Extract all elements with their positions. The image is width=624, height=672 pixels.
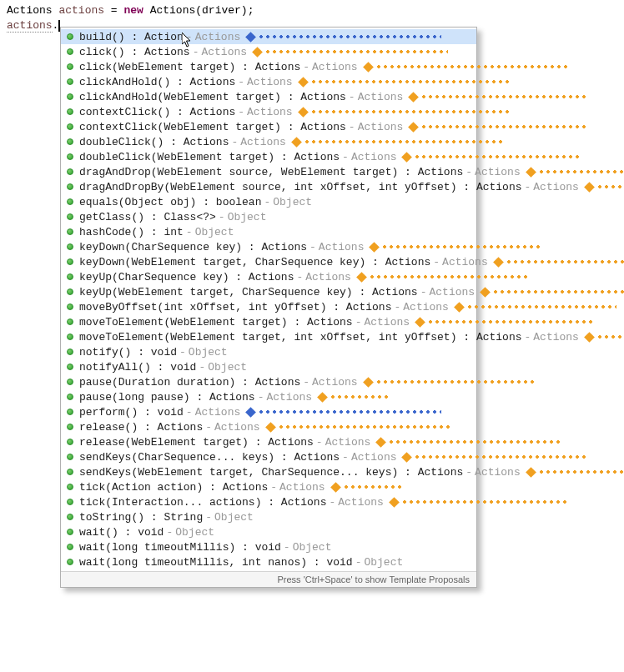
proposal-item[interactable]: doubleClick() : Actions-Actions	[61, 134, 476, 149]
relevance-indicator	[586, 183, 624, 191]
proposal-item[interactable]: sendKeys(WebElement target, CharSequence…	[61, 464, 476, 479]
method-signature: clickAndHold() : Actions	[79, 76, 235, 88]
proposal-item[interactable]: toString() : String-Object	[61, 509, 476, 524]
relevance-indicator	[365, 379, 534, 386]
relevance-indicator	[299, 78, 511, 86]
proposal-item[interactable]: tick(Interaction... actions) : Actions-A…	[61, 494, 476, 509]
proposal-item[interactable]: contextClick(WebElement target) : Action…	[61, 119, 476, 134]
proposal-item[interactable]: contextClick() : Actions-Actions	[61, 104, 476, 119]
proposal-item[interactable]: build() : Action-Actions	[61, 29, 476, 44]
new-keyword: new	[123, 4, 143, 17]
proposal-item[interactable]: wait() : void-Object	[61, 524, 476, 539]
declaring-class: Actions	[279, 481, 325, 494]
proposal-item[interactable]: clickAndHold(WebElement target) : Action…	[61, 89, 476, 104]
method-signature: build() : Action	[79, 31, 184, 43]
declaring-class: Actions	[358, 91, 404, 103]
method-signature: doubleClick() : Actions	[79, 136, 229, 148]
proposal-item[interactable]: keyDown(CharSequence key) : Actions-Acti…	[61, 239, 476, 254]
declaring-class: Actions	[312, 61, 358, 73]
method-signature: keyDown(CharSequence key) : Actions	[79, 241, 307, 253]
method-signature: wait(long timeoutMillis) : void	[79, 541, 281, 554]
relevance-indicator	[365, 63, 567, 71]
proposal-item[interactable]: keyUp(WebElement target, CharSequence ke…	[61, 284, 476, 299]
proposal-item[interactable]: getClass() : Class<?>-Object	[61, 209, 476, 224]
declaring-class: Object	[228, 211, 267, 223]
method-signature: hashCode() : int	[79, 226, 184, 238]
method-signature: perform() : void	[79, 406, 184, 419]
proposal-item[interactable]: click(WebElement target) : Actions-Actio…	[61, 59, 476, 74]
proposal-item[interactable]: notifyAll() : void-Object	[61, 359, 476, 374]
public-method-icon	[64, 436, 76, 448]
proposal-item[interactable]: equals(Object obj) : boolean-Object	[61, 194, 476, 209]
declaring-class: Object	[214, 511, 254, 524]
method-signature: getClass() : Class<?>	[79, 211, 216, 223]
declaring-class: Actions	[475, 466, 521, 479]
method-signature: moveToElement(WebElement target, int xOf…	[79, 331, 522, 344]
public-method-icon	[64, 421, 76, 433]
proposal-item[interactable]: tick(Action action) : Actions-Actions	[61, 479, 476, 494]
method-signature: equals(Object obj) : boolean	[79, 196, 261, 208]
proposal-item[interactable]: dragAndDrop(WebElement source, WebElemen…	[61, 164, 476, 179]
popup-hint-footer: Press 'Ctrl+Space' to show Template Prop…	[61, 571, 476, 587]
declaring-class: Object	[364, 556, 403, 569]
proposal-item[interactable]: pause(long pause) : Actions-Actions	[61, 389, 476, 404]
declaring-class: Object	[293, 541, 332, 554]
relevance-indicator	[586, 333, 624, 341]
variable-ref: actions	[7, 19, 53, 33]
proposal-item[interactable]: dragAndDropBy(WebElement source, int xOf…	[61, 179, 476, 194]
declaring-class: Actions	[247, 76, 293, 88]
declaring-class: Actions	[351, 451, 397, 464]
method-signature: contextClick(WebElement target) : Action…	[79, 121, 346, 133]
public-method-icon	[64, 451, 76, 463]
public-method-icon	[64, 376, 76, 388]
proposal-item[interactable]: wait(long timeoutMillis, int nanos) : vo…	[61, 554, 476, 569]
proposal-item[interactable]: release() : Actions-Actions	[61, 419, 476, 434]
relevance-indicator	[299, 108, 511, 116]
content-assist-popup[interactable]: build() : Action-Actionsclick() : Action…	[60, 27, 477, 588]
relevance-indicator	[403, 454, 589, 461]
public-method-icon	[64, 316, 76, 328]
proposal-item[interactable]: keyDown(WebElement target, CharSequence …	[61, 254, 476, 269]
method-signature: moveByOffset(int xOffset, int yOffset) :…	[79, 301, 391, 313]
public-method-icon	[64, 46, 76, 58]
relevance-indicator	[247, 33, 441, 41]
method-signature: dragAndDrop(WebElement source, WebElemen…	[79, 166, 463, 178]
declaring-class: Actions	[312, 376, 358, 389]
method-signature: keyDown(WebElement target, CharSequence …	[79, 256, 430, 268]
proposal-item[interactable]: moveToElement(WebElement target, int xOf…	[61, 329, 476, 344]
proposal-item[interactable]: pause(Duration duration) : Actions-Actio…	[61, 374, 476, 389]
proposal-item[interactable]: moveByOffset(int xOffset, int yOffset) :…	[61, 299, 476, 314]
proposal-item[interactable]: notify() : void-Object	[61, 344, 476, 359]
proposal-item[interactable]: doubleClick(WebElement target) : Actions…	[61, 149, 476, 164]
declaring-class: Object	[175, 526, 214, 539]
proposal-item[interactable]: keyUp(CharSequence key) : Actions-Action…	[61, 269, 476, 284]
public-method-icon	[64, 91, 76, 103]
method-signature: click() : Actions	[79, 46, 190, 58]
relevance-indicator	[410, 123, 587, 131]
proposal-item[interactable]: hashCode() : int-Object	[61, 224, 476, 239]
proposal-item[interactable]: moveToElement(WebElement target) : Actio…	[61, 314, 476, 329]
declaring-class: Actions	[240, 136, 286, 148]
public-method-icon	[64, 241, 76, 253]
proposal-item[interactable]: perform() : void-Actions	[61, 404, 476, 419]
method-signature: contextClick() : Actions	[79, 106, 235, 118]
public-method-icon	[64, 271, 76, 283]
relevance-indicator	[254, 48, 448, 56]
method-signature: wait() : void	[79, 526, 164, 539]
relevance-indicator	[358, 273, 527, 281]
declaring-class: Actions	[214, 421, 260, 434]
proposal-item[interactable]: sendKeys(CharSequence... keys) : Actions…	[61, 449, 476, 464]
relevance-indicator	[416, 318, 594, 326]
public-method-icon	[64, 151, 76, 163]
proposal-item[interactable]: clickAndHold() : Actions-Actions	[61, 74, 476, 89]
public-method-icon	[64, 226, 76, 238]
relevance-indicator	[370, 243, 540, 251]
method-signature: notifyAll() : void	[79, 361, 196, 374]
proposal-item[interactable]: click() : Actions-Actions	[61, 44, 476, 59]
proposal-list[interactable]: build() : Action-Actionsclick() : Action…	[61, 28, 476, 571]
proposal-item[interactable]: wait(long timeoutMillis) : void-Object	[61, 539, 476, 554]
proposal-item[interactable]: release(WebElement target) : Actions-Act…	[61, 434, 476, 449]
relevance-indicator	[527, 168, 624, 176]
relevance-indicator	[390, 499, 568, 506]
public-method-icon	[64, 496, 76, 508]
